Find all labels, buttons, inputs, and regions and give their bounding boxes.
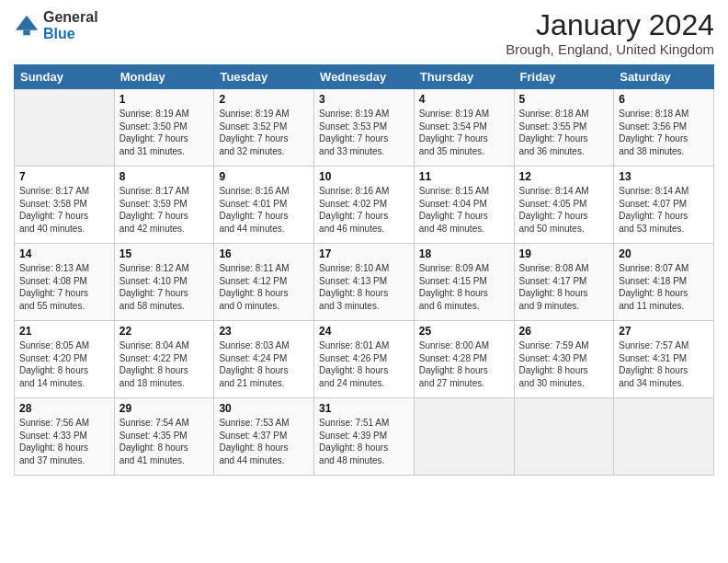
- day-info: Sunrise: 8:19 AM Sunset: 3:53 PM Dayligh…: [319, 108, 409, 157]
- calendar-cell: 3Sunrise: 8:19 AM Sunset: 3:53 PM Daylig…: [314, 89, 415, 167]
- day-number: 4: [419, 93, 509, 106]
- logo-text: General Blue: [43, 9, 98, 41]
- calendar-cell: 10Sunrise: 8:16 AM Sunset: 4:02 PM Dayli…: [314, 167, 415, 244]
- calendar-cell: 9Sunrise: 8:16 AM Sunset: 4:01 PM Daylig…: [214, 167, 314, 244]
- day-number: 15: [119, 247, 210, 260]
- calendar-cell: 15Sunrise: 8:12 AM Sunset: 4:10 PM Dayli…: [114, 244, 214, 321]
- title-month: January 2024: [506, 9, 714, 41]
- calendar-cell: [15, 89, 115, 167]
- week-row-1: 1Sunrise: 8:19 AM Sunset: 3:50 PM Daylig…: [15, 89, 714, 167]
- week-row-5: 28Sunrise: 7:56 AM Sunset: 4:33 PM Dayli…: [15, 398, 714, 476]
- day-number: 10: [319, 170, 409, 183]
- day-info: Sunrise: 8:04 AM Sunset: 4:22 PM Dayligh…: [119, 339, 210, 389]
- calendar-cell: [414, 398, 514, 476]
- day-info: Sunrise: 8:08 AM Sunset: 4:17 PM Dayligh…: [519, 262, 609, 312]
- day-number: 1: [119, 93, 210, 106]
- day-info: Sunrise: 7:51 AM Sunset: 4:39 PM Dayligh…: [319, 417, 409, 466]
- day-number: 7: [19, 170, 109, 183]
- day-info: Sunrise: 7:59 AM Sunset: 4:30 PM Dayligh…: [519, 339, 609, 389]
- day-number: 8: [119, 170, 210, 183]
- day-info: Sunrise: 8:09 AM Sunset: 4:15 PM Dayligh…: [419, 262, 509, 312]
- col-friday: Friday: [514, 65, 614, 89]
- calendar-cell: 1Sunrise: 8:19 AM Sunset: 3:50 PM Daylig…: [114, 89, 214, 167]
- calendar-cell: 6Sunrise: 8:18 AM Sunset: 3:56 PM Daylig…: [614, 89, 714, 167]
- day-number: 21: [19, 325, 109, 338]
- day-info: Sunrise: 8:17 AM Sunset: 3:59 PM Dayligh…: [119, 185, 210, 235]
- calendar-cell: 25Sunrise: 8:00 AM Sunset: 4:28 PM Dayli…: [414, 321, 514, 398]
- logo: General Blue: [14, 9, 98, 41]
- day-number: 27: [619, 325, 709, 338]
- day-number: 11: [419, 170, 509, 183]
- calendar-cell: 16Sunrise: 8:11 AM Sunset: 4:12 PM Dayli…: [214, 244, 314, 321]
- day-info: Sunrise: 8:07 AM Sunset: 4:18 PM Dayligh…: [619, 262, 709, 312]
- calendar-cell: 28Sunrise: 7:56 AM Sunset: 4:33 PM Dayli…: [15, 398, 115, 476]
- col-thursday: Thursday: [414, 65, 514, 89]
- day-info: Sunrise: 8:00 AM Sunset: 4:28 PM Dayligh…: [419, 339, 509, 389]
- col-sunday: Sunday: [15, 65, 115, 89]
- day-info: Sunrise: 8:18 AM Sunset: 3:56 PM Dayligh…: [619, 108, 709, 157]
- day-info: Sunrise: 8:19 AM Sunset: 3:50 PM Dayligh…: [119, 108, 210, 157]
- day-info: Sunrise: 8:12 AM Sunset: 4:10 PM Dayligh…: [119, 262, 210, 312]
- day-info: Sunrise: 8:15 AM Sunset: 4:04 PM Dayligh…: [419, 185, 509, 235]
- col-monday: Monday: [114, 65, 214, 89]
- calendar-cell: [614, 398, 714, 476]
- calendar-cell: 20Sunrise: 8:07 AM Sunset: 4:18 PM Dayli…: [614, 244, 714, 321]
- calendar-table: Sunday Monday Tuesday Wednesday Thursday…: [14, 64, 714, 476]
- calendar-cell: 11Sunrise: 8:15 AM Sunset: 4:04 PM Dayli…: [414, 167, 514, 244]
- calendar-cell: 7Sunrise: 8:17 AM Sunset: 3:58 PM Daylig…: [15, 167, 115, 244]
- day-number: 20: [619, 247, 709, 260]
- calendar-cell: 19Sunrise: 8:08 AM Sunset: 4:17 PM Dayli…: [514, 244, 614, 321]
- calendar-cell: 22Sunrise: 8:04 AM Sunset: 4:22 PM Dayli…: [114, 321, 214, 398]
- day-info: Sunrise: 8:01 AM Sunset: 4:26 PM Dayligh…: [319, 339, 409, 389]
- svg-marker-0: [16, 15, 38, 29]
- svg-rect-1: [23, 29, 29, 35]
- day-info: Sunrise: 8:05 AM Sunset: 4:20 PM Dayligh…: [19, 339, 109, 389]
- day-number: 24: [319, 325, 409, 338]
- day-info: Sunrise: 7:56 AM Sunset: 4:33 PM Dayligh…: [19, 417, 109, 466]
- day-number: 2: [219, 93, 309, 106]
- calendar-cell: 8Sunrise: 8:17 AM Sunset: 3:59 PM Daylig…: [114, 167, 214, 244]
- day-number: 6: [619, 93, 709, 106]
- day-number: 17: [319, 247, 409, 260]
- day-number: 23: [219, 325, 309, 338]
- calendar-cell: 29Sunrise: 7:54 AM Sunset: 4:35 PM Dayli…: [114, 398, 214, 476]
- day-info: Sunrise: 7:54 AM Sunset: 4:35 PM Dayligh…: [119, 417, 210, 466]
- calendar-cell: 27Sunrise: 7:57 AM Sunset: 4:31 PM Dayli…: [614, 321, 714, 398]
- day-number: 28: [19, 402, 109, 415]
- week-row-2: 7Sunrise: 8:17 AM Sunset: 3:58 PM Daylig…: [15, 167, 714, 244]
- header-row: Sunday Monday Tuesday Wednesday Thursday…: [15, 65, 714, 89]
- day-number: 22: [119, 325, 210, 338]
- calendar-cell: 4Sunrise: 8:19 AM Sunset: 3:54 PM Daylig…: [414, 89, 514, 167]
- day-info: Sunrise: 8:19 AM Sunset: 3:52 PM Dayligh…: [219, 108, 309, 157]
- day-info: Sunrise: 8:19 AM Sunset: 3:54 PM Dayligh…: [419, 108, 509, 157]
- day-info: Sunrise: 8:16 AM Sunset: 4:02 PM Dayligh…: [319, 185, 409, 235]
- day-number: 12: [519, 170, 609, 183]
- day-info: Sunrise: 7:53 AM Sunset: 4:37 PM Dayligh…: [219, 417, 309, 466]
- day-number: 9: [219, 170, 309, 183]
- day-number: 5: [519, 93, 609, 106]
- title-location: Brough, England, United Kingdom: [506, 41, 714, 57]
- day-number: 31: [319, 402, 409, 415]
- day-number: 26: [519, 325, 609, 338]
- col-tuesday: Tuesday: [214, 65, 314, 89]
- day-number: 29: [119, 402, 210, 415]
- calendar-cell: 14Sunrise: 8:13 AM Sunset: 4:08 PM Dayli…: [15, 244, 115, 321]
- calendar-cell: 13Sunrise: 8:14 AM Sunset: 4:07 PM Dayli…: [614, 167, 714, 244]
- calendar-cell: 5Sunrise: 8:18 AM Sunset: 3:55 PM Daylig…: [514, 89, 614, 167]
- day-number: 18: [419, 247, 509, 260]
- day-info: Sunrise: 8:14 AM Sunset: 4:07 PM Dayligh…: [619, 185, 709, 235]
- calendar-cell: 18Sunrise: 8:09 AM Sunset: 4:15 PM Dayli…: [414, 244, 514, 321]
- calendar-cell: 30Sunrise: 7:53 AM Sunset: 4:37 PM Dayli…: [214, 398, 314, 476]
- day-number: 3: [319, 93, 409, 106]
- col-wednesday: Wednesday: [314, 65, 415, 89]
- calendar-cell: 12Sunrise: 8:14 AM Sunset: 4:05 PM Dayli…: [514, 167, 614, 244]
- col-saturday: Saturday: [614, 65, 714, 89]
- day-number: 30: [219, 402, 309, 415]
- day-number: 13: [619, 170, 709, 183]
- calendar-cell: 17Sunrise: 8:10 AM Sunset: 4:13 PM Dayli…: [314, 244, 415, 321]
- day-info: Sunrise: 8:17 AM Sunset: 3:58 PM Dayligh…: [19, 185, 109, 235]
- calendar-cell: [514, 398, 614, 476]
- calendar-cell: 23Sunrise: 8:03 AM Sunset: 4:24 PM Dayli…: [214, 321, 314, 398]
- day-info: Sunrise: 8:13 AM Sunset: 4:08 PM Dayligh…: [19, 262, 109, 312]
- header: General Blue January 2024 Brough, Englan…: [14, 9, 714, 57]
